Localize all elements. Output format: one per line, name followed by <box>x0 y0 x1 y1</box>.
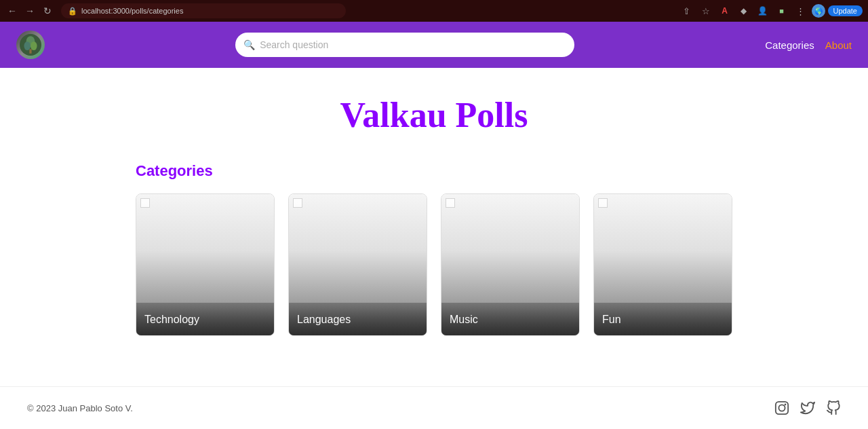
nav-categories[interactable]: Categories <box>765 39 814 51</box>
search-area: 🔍 <box>72 33 738 57</box>
category-label-music: Music <box>441 303 579 335</box>
category-card-fun[interactable]: Fun <box>593 193 732 336</box>
browser-actions: ⇧ ☆ A ◆ 👤 ■ ⋮ 🌎 Update <box>679 3 863 19</box>
nav-about[interactable]: About <box>825 39 852 51</box>
category-label-fun: Fun <box>594 303 732 335</box>
address-bar[interactable]: 🔒 localhost:3000/polls/categories <box>61 3 346 18</box>
categories-section-title: Categories <box>136 162 732 180</box>
svg-point-7 <box>785 404 787 406</box>
app-logo[interactable] <box>16 31 45 59</box>
browser-avatar[interactable]: 🌎 <box>812 4 825 18</box>
footer-social <box>774 400 841 415</box>
category-card-technology[interactable]: Technology <box>136 193 275 336</box>
extension-icon[interactable]: A <box>717 3 733 19</box>
footer-copyright: © 2023 Juan Pablo Soto V. <box>27 403 133 413</box>
navbar-nav: Categories About <box>765 39 852 51</box>
extensions-icon[interactable]: ◆ <box>736 3 752 19</box>
grid-icon[interactable]: ⋮ <box>793 3 809 19</box>
browser-chrome: ← → ↻ 🔒 localhost:3000/polls/categories … <box>0 0 868 22</box>
search-input[interactable] <box>235 33 574 57</box>
twitter-icon[interactable] <box>800 400 815 415</box>
page-title: Valkau Polls <box>136 95 732 135</box>
url-text: localhost:3000/polls/categories <box>81 7 183 15</box>
forward-button[interactable]: → <box>23 4 37 18</box>
lock-icon: 🔒 <box>68 7 77 16</box>
category-card-music[interactable]: Music <box>441 193 580 336</box>
github-icon[interactable] <box>826 400 841 415</box>
share-icon[interactable]: ⇧ <box>679 3 695 19</box>
main-content: Valkau Polls Categories Technology Langu… <box>0 68 868 386</box>
refresh-button[interactable]: ↻ <box>41 4 54 18</box>
svg-point-2 <box>24 41 31 50</box>
category-label-languages: Languages <box>289 303 427 335</box>
browser-menu-icon[interactable]: ■ <box>774 3 790 19</box>
bookmark-icon[interactable]: ☆ <box>698 3 714 19</box>
category-card-languages[interactable]: Languages <box>288 193 427 336</box>
category-label-technology: Technology <box>136 303 274 335</box>
search-icon: 🔍 <box>243 39 255 50</box>
categories-grid: Technology Languages Music Fun <box>136 193 732 336</box>
svg-rect-5 <box>776 402 788 414</box>
svg-point-3 <box>31 41 37 50</box>
svg-point-6 <box>778 405 785 411</box>
update-button[interactable]: Update <box>828 5 863 16</box>
svg-rect-4 <box>29 49 31 53</box>
navbar: 🔍 Categories About <box>0 22 868 68</box>
profile-icon[interactable]: 👤 <box>755 3 771 19</box>
instagram-icon[interactable] <box>774 400 789 415</box>
footer: © 2023 Juan Pablo Soto V. <box>0 386 868 429</box>
back-button[interactable]: ← <box>5 4 19 18</box>
search-wrapper: 🔍 <box>235 33 574 57</box>
